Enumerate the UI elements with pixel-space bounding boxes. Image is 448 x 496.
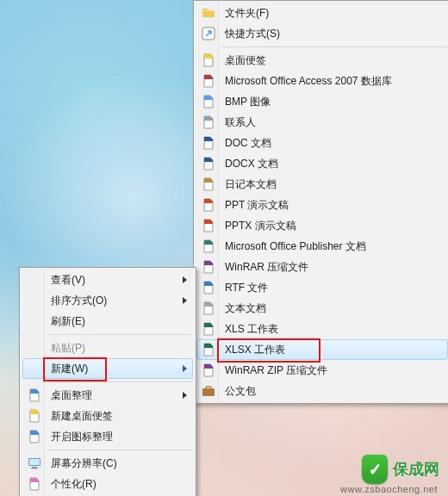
- watermark-url: www.zsbaocheng.net: [340, 484, 438, 494]
- menu-item-paste: 粘贴(P): [22, 338, 193, 358]
- excel-icon: [202, 322, 215, 336]
- menu-item-label: Microsoft Office Access 2007 数据库: [225, 74, 392, 89]
- menu-item-pptx[interactable]: PPTX 演示文稿: [196, 215, 448, 236]
- menu-item-start-icon-mgr[interactable]: 开启图标整理: [22, 426, 193, 447]
- svg-rect-4: [29, 459, 40, 465]
- word-icon: [202, 136, 215, 150]
- menu-item-label: 日记本文档: [225, 177, 277, 192]
- word-icon: [202, 157, 215, 170]
- menu-item-shortcut[interactable]: 快捷方式(S): [196, 23, 448, 44]
- shortcut-icon: [202, 27, 215, 40]
- menu-item-rar[interactable]: WinRAR 压缩文件: [196, 257, 448, 277]
- shield-check-icon: [362, 455, 388, 484]
- menu-item-label: 文件夹(F): [225, 6, 269, 21]
- brand-logo: 保成网: [362, 455, 439, 484]
- menu-item-label: 个性化(R): [51, 477, 96, 492]
- menu-item-label: 文本文档: [225, 301, 266, 316]
- menu-separator: [47, 334, 192, 335]
- menu-item-pub[interactable]: Microsoft Office Publisher 文档: [196, 236, 448, 257]
- menu-item-label: 刷新(E): [51, 314, 85, 329]
- contact-icon: [202, 115, 215, 129]
- svg-rect-2: [206, 387, 211, 389]
- menu-item-journal[interactable]: 日记本文档: [196, 174, 448, 195]
- menu-item-label: 查看(V): [51, 273, 85, 288]
- menu-item-sort[interactable]: 排序方式(O): [22, 290, 193, 311]
- context-menu-new: 文件夹(F)快捷方式(S)桌面便签Microsoft Office Access…: [193, 0, 448, 404]
- menu-item-label: WinRAR ZIP 压缩文件: [225, 363, 327, 378]
- rar-icon: [202, 260, 215, 274]
- menu-item-label: 公文包: [225, 384, 256, 399]
- chevron-right-icon: [183, 276, 187, 283]
- svg-rect-5: [32, 467, 37, 468]
- menu-item-label: 快捷方式(S): [225, 27, 280, 41]
- menu-separator: [221, 46, 447, 47]
- menu-item-label: 新建桌面便签: [51, 409, 113, 424]
- bmp-icon: [202, 95, 215, 108]
- menu-item-label: Microsoft Office Publisher 文档: [225, 239, 366, 254]
- menu-item-access[interactable]: Microsoft Office Access 2007 数据库: [196, 71, 448, 91]
- menu-item-label: PPT 演示文稿: [225, 198, 289, 213]
- publisher-icon: [202, 239, 215, 253]
- chevron-right-icon: [183, 365, 187, 372]
- monitor-icon: [28, 456, 41, 470]
- note-yellow-icon: [28, 409, 41, 423]
- menu-item-label: DOCX 文档: [225, 157, 278, 171]
- menu-item-label: PPTX 演示文稿: [225, 219, 296, 233]
- menu-item-label: 联系人: [225, 115, 256, 130]
- menu-item-new-note[interactable]: 新建桌面便签: [22, 406, 193, 426]
- menu-item-zip[interactable]: WinRAR ZIP 压缩文件: [196, 360, 448, 381]
- menu-item-new[interactable]: 新建(W): [22, 358, 193, 379]
- grid-icon: [28, 388, 41, 402]
- menu-item-ppt[interactable]: PPT 演示文稿: [196, 195, 448, 215]
- personalize-icon: [28, 477, 41, 491]
- brand-text: 保成网: [393, 459, 439, 480]
- menu-item-label: 开启图标整理: [51, 430, 113, 444]
- menu-item-xlsx[interactable]: XLSX 工作表: [196, 339, 448, 360]
- menu-separator: [47, 381, 192, 382]
- menu-item-label: WinRAR 压缩文件: [225, 260, 308, 275]
- menu-item-docx[interactable]: DOCX 文档: [196, 153, 448, 174]
- menu-item-view[interactable]: 查看(V): [22, 270, 193, 290]
- menu-item-xls[interactable]: XLS 工作表: [196, 319, 448, 339]
- folder-icon: [202, 6, 215, 20]
- menu-item-refresh[interactable]: 刷新(E): [22, 311, 193, 332]
- menu-item-contact[interactable]: 联系人: [196, 112, 448, 133]
- briefcase-icon: [202, 384, 215, 398]
- note-yellow-icon: [202, 53, 215, 67]
- menu-item-resolution[interactable]: 屏幕分辨率(C): [22, 453, 193, 474]
- menu-item-doc[interactable]: DOC 文档: [196, 133, 448, 153]
- menu-item-label: DOC 文档: [225, 136, 271, 151]
- excel-icon: [202, 343, 215, 356]
- menu-item-sticky[interactable]: 桌面便签: [196, 50, 448, 71]
- menu-item-label: 桌面便签: [225, 53, 266, 68]
- rar-icon: [202, 363, 215, 377]
- menu-item-briefcase[interactable]: 公文包: [196, 381, 448, 401]
- access-icon: [202, 74, 215, 88]
- ppt-icon: [202, 219, 215, 232]
- menu-item-txt[interactable]: 文本文档: [196, 298, 448, 319]
- tiles-icon: [28, 430, 41, 443]
- menu-item-label: RTF 文件: [225, 281, 268, 295]
- menu-item-label: 桌面整理: [51, 388, 92, 403]
- journal-icon: [202, 177, 215, 191]
- chevron-right-icon: [183, 392, 187, 399]
- menu-item-label: 粘贴(P): [51, 341, 85, 356]
- context-menu-desktop: 查看(V)排序方式(O)刷新(E)粘贴(P)新建(W)桌面整理新建桌面便签开启图…: [19, 267, 196, 496]
- rtf-icon: [202, 281, 215, 294]
- menu-item-label: XLSX 工作表: [225, 343, 285, 357]
- ppt-icon: [202, 198, 215, 212]
- menu-item-label: XLS 工作表: [225, 322, 278, 337]
- txt-icon: [202, 301, 215, 315]
- menu-item-label: 屏幕分辨率(C): [51, 456, 117, 471]
- chevron-right-icon: [183, 297, 187, 304]
- menu-item-personalize[interactable]: 个性化(R): [22, 474, 193, 494]
- menu-item-rtf[interactable]: RTF 文件: [196, 277, 448, 298]
- menu-item-label: 排序方式(O): [51, 294, 107, 308]
- menu-item-bmp[interactable]: BMP 图像: [196, 91, 448, 112]
- svg-rect-6: [31, 468, 38, 469]
- menu-item-folder[interactable]: 文件夹(F): [196, 3, 448, 23]
- menu-item-desk-arrange[interactable]: 桌面整理: [22, 385, 193, 406]
- menu-separator: [47, 450, 192, 450]
- menu-item-label: 新建(W): [51, 362, 88, 376]
- menu-item-label: BMP 图像: [225, 95, 271, 109]
